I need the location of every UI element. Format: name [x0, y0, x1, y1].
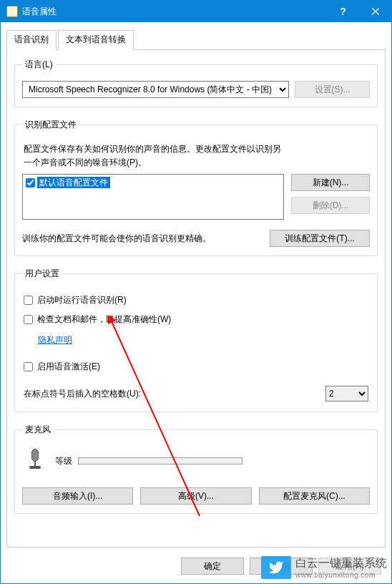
group-microphone: 麦克风 等级 音频输入(I)... 高级(V)... 配置麦克风(C)...: [14, 424, 378, 514]
cb-run-at-startup-label: 启动时运行语音识别(R): [37, 294, 127, 306]
legend-user: 用户设置: [22, 268, 62, 280]
spaces-select[interactable]: 2: [325, 386, 368, 402]
watermark-logo: [261, 556, 291, 579]
settings-button[interactable]: 设置(S)...: [295, 81, 370, 98]
config-mic-button[interactable]: 配置麦克风(C)...: [259, 487, 370, 505]
microphone-icon: [25, 449, 45, 473]
ok-button[interactable]: 确定: [181, 558, 244, 575]
app-icon: [6, 6, 18, 17]
profile-item[interactable]: 默认语音配置文件: [24, 176, 282, 189]
advanced-button[interactable]: 高级(V)...: [140, 487, 251, 505]
group-profiles: 识别配置文件 配置文件保存有关如何识别你的声音的信息。更改配置文件以识别另 一个…: [14, 119, 378, 256]
language-select[interactable]: Microsoft Speech Recognizer 8.0 for Wind…: [22, 81, 289, 98]
cb-review-docs-label: 检查文档和邮件，以提高准确性(W): [37, 313, 171, 326]
train-text: 训练你的配置文件可能会使你的语音识别更精确。: [22, 233, 263, 245]
tab-text-to-speech[interactable]: 文本到语音转换: [58, 30, 134, 50]
profiles-desc: 配置文件保存有关如何识别你的声音的信息。更改配置文件以识别另 一个声音或不同的噪…: [24, 142, 370, 170]
profile-label: 默认语音配置文件: [37, 177, 110, 188]
titlebar: 语音属性 ?: [1, 1, 391, 22]
profile-list[interactable]: 默认语音配置文件: [22, 174, 284, 220]
window-title: 语音属性: [22, 6, 327, 18]
spaces-label: 在标点符号后插入的空格数(U):: [24, 388, 325, 400]
group-language: 语言(L) Microsoft Speech Recognizer 8.0 fo…: [14, 59, 378, 107]
train-profile-button[interactable]: 训练配置文件(T)...: [270, 230, 370, 247]
legend-mic: 麦克风: [22, 424, 54, 436]
privacy-link[interactable]: 隐私声明: [38, 334, 72, 346]
delete-profile-button[interactable]: 删除(D)...: [291, 197, 370, 214]
legend-profiles: 识别配置文件: [22, 119, 79, 131]
cb-voice-activation[interactable]: [24, 362, 33, 371]
profile-checkbox[interactable]: [26, 178, 35, 188]
audio-input-button[interactable]: 音频输入(I)...: [22, 487, 133, 505]
tab-speech-recognition[interactable]: 语音识别: [6, 30, 57, 50]
tab-body: 语言(L) Microsoft Speech Recognizer 8.0 fo…: [6, 50, 386, 548]
mic-level-bar: [78, 457, 242, 464]
new-profile-button[interactable]: 新建(N)...: [291, 174, 370, 191]
cb-review-docs[interactable]: [24, 315, 33, 324]
group-user-settings: 用户设置 启动时运行语音识别(R) 检查文档和邮件，以提高准确性(W) 隐私声明…: [14, 268, 378, 412]
legend-language: 语言(L): [22, 59, 56, 71]
close-button[interactable]: [359, 1, 391, 22]
watermark-text: 白云一键重装系统: [295, 556, 387, 571]
help-button[interactable]: ?: [327, 1, 359, 22]
tabs: 语音识别 文本到语音转换: [6, 29, 386, 50]
cb-run-at-startup[interactable]: [24, 296, 33, 305]
mic-level-label: 等级: [55, 455, 72, 467]
watermark: 白云一键重装系统 www.baiyunxitong.com: [261, 556, 387, 579]
cb-voice-activation-label: 启用语音激活(E): [37, 361, 100, 373]
watermark-url: www.baiyunxitong.com: [295, 571, 387, 579]
